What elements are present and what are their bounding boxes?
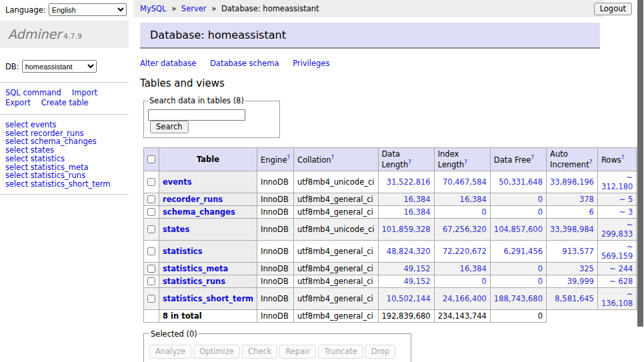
sidebar-item-select-states[interactable]: select states [5, 146, 129, 155]
row-select-checkbox[interactable] [147, 247, 155, 255]
help-link[interactable]: ? [531, 154, 534, 161]
row-select-checkbox[interactable] [147, 195, 155, 203]
app-name[interactable]: Adminer [8, 27, 61, 41]
db-select[interactable]: homeassistant [22, 60, 97, 73]
search-input[interactable] [148, 109, 245, 121]
index-length-link[interactable]: 0 [482, 277, 487, 286]
auto-increment-link[interactable]: 325 [579, 264, 594, 273]
data-length-link[interactable]: 10,502,144 [387, 294, 431, 303]
help-link[interactable]: ? [621, 154, 625, 161]
help-link[interactable]: ? [331, 154, 335, 161]
data-length-link[interactable]: 101,859,328 [382, 225, 431, 234]
breadcrumb-separator: » [171, 4, 176, 13]
index-length-cell: 67,256,320 [434, 218, 490, 240]
row-select-checkbox[interactable] [147, 265, 155, 273]
alter-database-link[interactable]: Alter database [140, 59, 196, 68]
privileges-link[interactable]: Privileges [293, 59, 329, 68]
check-button[interactable]: Check [242, 345, 277, 359]
row-select-checkbox[interactable] [147, 178, 155, 186]
sidebar-item-select-statistics_short_term[interactable]: select statistics_short_term [5, 180, 129, 189]
data-length-link[interactable]: 31,522,816 [387, 177, 431, 187]
auto-increment-link[interactable]: 8,581,645 [555, 294, 594, 303]
table-row: recorder_runsInnoDButf8mb4_general_ci16,… [144, 193, 644, 205]
column-header-label: Data Free [494, 155, 531, 165]
data-length-link[interactable]: 49,152 [403, 277, 430, 286]
table-link[interactable]: statistics_short_term [163, 294, 253, 303]
index-length-link[interactable]: 16,384 [460, 195, 487, 204]
rows-link[interactable]: ~ 299,833 [601, 220, 633, 239]
index-length-link[interactable]: 0 [482, 207, 487, 217]
table-link[interactable]: recorder_runs [163, 195, 223, 204]
index-length-link[interactable]: 16,384 [460, 264, 487, 273]
row-select-checkbox[interactable] [147, 277, 155, 285]
data-free-link[interactable]: 188,743,680 [494, 294, 543, 303]
row-select-checkbox[interactable] [147, 208, 155, 216]
breadcrumb-server-link[interactable]: Server [181, 4, 207, 13]
engine-cell: InnoDB [257, 275, 294, 287]
auto-increment-link[interactable]: 6 [589, 207, 594, 217]
data-free-link[interactable]: 0 [538, 264, 543, 273]
data-free-link[interactable]: 6,291,456 [503, 247, 543, 256]
language-select[interactable]: English [49, 3, 127, 16]
auto-increment-link[interactable]: 33,398,984 [550, 225, 594, 234]
scrollbar-thumb[interactable] [637, 0, 643, 327]
index-length-link[interactable]: 24,166,400 [443, 294, 487, 303]
data-free-link[interactable]: 0 [538, 277, 543, 286]
auto-increment-cell: 913,577 [547, 240, 598, 262]
rows-link[interactable]: ~ 312,180 [601, 173, 633, 191]
sidebar-item-select-statistics[interactable]: select statistics [5, 155, 129, 163]
table-list: select eventsselect recorder_runsselect … [0, 115, 129, 194]
logout-button[interactable]: Logout [594, 3, 632, 15]
help-link[interactable]: ? [464, 159, 467, 165]
rows-link[interactable]: ~ 3 [619, 207, 633, 217]
rows-link[interactable]: ~ 569,159 [601, 242, 633, 261]
sql-command-link[interactable]: SQL command [5, 88, 61, 97]
row-select-checkbox[interactable] [147, 295, 155, 303]
repair-button[interactable]: Repair [279, 345, 316, 359]
auto-increment-link[interactable]: 913,577 [562, 247, 594, 256]
table-link[interactable]: statistics [163, 247, 203, 256]
import-link[interactable]: Import [72, 88, 97, 97]
breadcrumb-mysql-link[interactable]: MySQL [140, 4, 167, 13]
data-length-link[interactable]: 48,824,320 [387, 247, 431, 256]
index-length-link[interactable]: 67,256,320 [443, 225, 487, 234]
table-link[interactable]: events [163, 177, 192, 187]
index-length-cell: 0 [434, 205, 490, 218]
sidebar-item-select-events[interactable]: select events [5, 121, 129, 129]
table-link[interactable]: schema_changes [163, 207, 235, 217]
data-length-link[interactable]: 16,384 [403, 195, 430, 204]
data-length-link[interactable]: 16,384 [403, 207, 430, 217]
data-free-link[interactable]: 50,331,648 [499, 177, 543, 187]
rows-link[interactable]: ~ 136,108 [601, 289, 633, 308]
database-schema-link[interactable]: Database schema [210, 59, 279, 68]
rows-link[interactable]: ~ 244 [609, 264, 633, 273]
data-length-link[interactable]: 49,152 [403, 264, 430, 273]
create-table-link[interactable]: Create table [41, 98, 89, 107]
help-link[interactable]: ? [589, 159, 593, 165]
optimize-button[interactable]: Optimize [193, 345, 240, 359]
truncate-button[interactable]: Truncate [318, 345, 363, 359]
export-link[interactable]: Export [5, 98, 31, 107]
data-free-link[interactable]: 0 [538, 207, 543, 217]
scrollbar[interactable] [637, 0, 644, 362]
column-header-table: Table [159, 148, 257, 171]
auto-increment-link[interactable]: 39,999 [567, 277, 594, 286]
index-length-link[interactable]: 70,467,584 [443, 177, 487, 187]
index-length-link[interactable]: 72,220,672 [443, 247, 487, 256]
search-button[interactable]: Search [150, 121, 189, 133]
help-link[interactable]: ? [408, 159, 411, 165]
auto-increment-link[interactable]: 33,898,196 [550, 177, 594, 187]
help-link[interactable]: ? [287, 154, 290, 161]
data-free-link[interactable]: 0 [538, 195, 543, 204]
row-select-checkbox[interactable] [147, 225, 155, 233]
select-all-checkbox[interactable] [147, 155, 155, 163]
auto-increment-link[interactable]: 378 [579, 195, 594, 204]
table-link[interactable]: statistics_runs [163, 277, 225, 286]
table-link[interactable]: states [163, 225, 189, 234]
table-link[interactable]: statistics_meta [163, 264, 228, 273]
rows-link[interactable]: ~ 628 [609, 277, 633, 286]
analyze-button[interactable]: Analyze [149, 345, 191, 359]
rows-link[interactable]: ~ 5 [619, 195, 633, 204]
data-free-link[interactable]: 104,857,600 [494, 225, 543, 234]
drop-button[interactable]: Drop [365, 345, 396, 359]
